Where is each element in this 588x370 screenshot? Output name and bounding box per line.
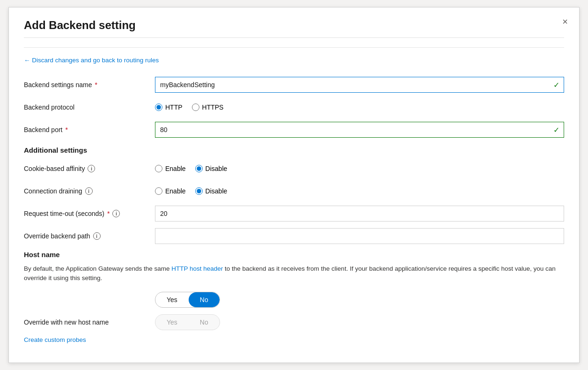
backend-port-label: Backend port * [24, 126, 155, 133]
affinity-disable-option[interactable]: Disable [195, 165, 228, 172]
host-name-toggle-group: Yes No [155, 292, 220, 308]
draining-enable-label: Enable [165, 187, 186, 195]
create-probes-link[interactable]: Create custom probes [24, 336, 86, 343]
backend-settings-name-wrapper: ✓ [155, 77, 564, 93]
port-required-star: * [66, 126, 68, 133]
required-star: * [95, 81, 97, 89]
backend-protocol-label: Backend protocol [24, 104, 155, 111]
backend-protocol-row: Backend protocol HTTP HTTPS [24, 99, 564, 115]
draining-disable-option[interactable]: Disable [195, 187, 228, 195]
override-backend-path-row: Override backend path i [24, 228, 564, 244]
create-probes-row: Create custom probes [24, 336, 564, 343]
cookie-affinity-radio-group: Enable Disable [155, 165, 564, 172]
draining-disable-label: Disable [206, 187, 228, 195]
timeout-required-star: * [107, 210, 110, 217]
override-host-name-toggle-group: Yes No [155, 314, 220, 330]
host-name-title: Host name [24, 251, 564, 259]
backend-settings-name-input[interactable] [155, 77, 564, 93]
host-name-section: Host name By default, the Application Ga… [24, 251, 564, 343]
host-name-toggle-row: Yes No [24, 292, 564, 308]
affinity-enable-option[interactable]: Enable [155, 165, 186, 172]
protocol-http-label: HTTP [165, 104, 183, 111]
cookie-affinity-row: Cookie-based affinity i Enable Disable [24, 161, 564, 177]
close-button[interactable]: × [562, 17, 568, 26]
override-backend-path-label: Override backend path i [24, 232, 155, 240]
backend-settings-name-control: ✓ [155, 77, 564, 93]
http-host-header-link[interactable]: HTTP host header [171, 265, 223, 272]
affinity-enable-radio[interactable] [155, 165, 162, 172]
add-backend-setting-dialog: Add Backend setting × ← Discard changes … [8, 7, 580, 363]
override-host-yes-button: Yes [155, 315, 189, 330]
affinity-enable-label: Enable [165, 165, 186, 172]
backend-port-input[interactable] [155, 122, 564, 138]
cookie-affinity-control: Enable Disable [155, 165, 564, 172]
connection-draining-control: Enable Disable [155, 187, 564, 195]
cookie-affinity-label: Cookie-based affinity i [24, 165, 155, 172]
backend-settings-name-row: Backend settings name * ✓ [24, 77, 564, 93]
override-backend-path-control [155, 228, 564, 244]
protocol-http-option[interactable]: HTTP [155, 104, 183, 111]
back-link[interactable]: ← Discard changes and go back to routing… [24, 57, 159, 64]
affinity-disable-label: Disable [206, 165, 228, 172]
form-section: Backend settings name * ✓ Backend protoc… [24, 77, 564, 244]
override-host-name-row: Override with new host name Yes No [24, 314, 564, 330]
override-host-no-button: No [189, 315, 220, 330]
draining-enable-option[interactable]: Enable [155, 187, 186, 195]
connection-draining-label: Connection draining i [24, 187, 155, 195]
protocol-https-option[interactable]: HTTPS [192, 104, 224, 111]
dialog-title: Add Backend setting [24, 19, 564, 38]
additional-settings-heading: Additional settings [24, 146, 564, 154]
cookie-affinity-info-icon[interactable]: i [88, 165, 95, 172]
host-name-description: By default, the Application Gateway send… [24, 264, 564, 283]
host-name-yes-button[interactable]: Yes [155, 292, 189, 307]
override-host-name-label: Override with new host name [24, 318, 155, 326]
override-backend-path-info-icon[interactable]: i [93, 232, 101, 240]
protocol-http-radio[interactable] [155, 104, 162, 111]
backend-protocol-control: HTTP HTTPS [155, 104, 564, 111]
connection-draining-row: Connection draining i Enable Disable [24, 183, 564, 199]
protocol-https-label: HTTPS [202, 104, 224, 111]
request-timeout-control [155, 206, 564, 222]
connection-draining-radio-group: Enable Disable [155, 187, 564, 195]
draining-disable-radio[interactable] [195, 187, 203, 195]
backend-protocol-radio-group: HTTP HTTPS [155, 104, 564, 111]
backend-port-row: Backend port * ✓ [24, 122, 564, 138]
draining-enable-radio[interactable] [155, 187, 162, 195]
backend-port-wrapper: ✓ [155, 122, 564, 138]
affinity-disable-radio[interactable] [195, 165, 203, 172]
request-timeout-label: Request time-out (seconds) * i [24, 210, 155, 217]
request-timeout-input[interactable] [155, 206, 564, 222]
host-name-no-button[interactable]: No [189, 292, 220, 307]
override-backend-path-input[interactable] [155, 228, 564, 244]
connection-draining-info-icon[interactable]: i [85, 187, 93, 195]
backend-port-control: ✓ [155, 122, 564, 138]
request-timeout-info-icon[interactable]: i [112, 210, 120, 217]
backend-settings-name-label: Backend settings name * [24, 81, 155, 89]
back-link-text: ← Discard changes and go back to routing… [24, 57, 159, 64]
request-timeout-row: Request time-out (seconds) * i [24, 206, 564, 222]
protocol-https-radio[interactable] [192, 104, 199, 111]
